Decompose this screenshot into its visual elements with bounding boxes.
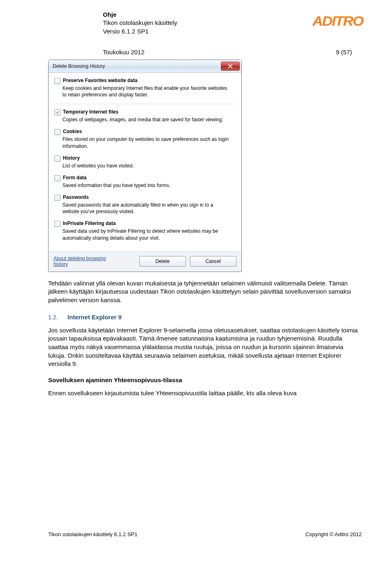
checkbox[interactable] [54,78,60,84]
doc-date: Toukokuu 2012 [103,49,145,56]
section-number: 1.2. [48,314,58,321]
dialog-item: ✓Temporary Internet filesCopies of webpa… [54,109,236,123]
page-number: 9 (57) [336,49,352,56]
item-title: History [63,155,80,161]
item-title: Form data [63,175,87,180]
item-desc: Saved passwords that are automatically f… [62,202,230,215]
item-title: Passwords [63,194,89,200]
section-title: Internet Explorer 9 [67,314,122,321]
item-desc: List of websites you have visited. [62,163,230,169]
item-title: InPrivate Filtering data [63,220,116,226]
checkbox[interactable] [54,195,60,201]
doc-title: Ohje [103,11,177,19]
checkbox[interactable] [54,221,60,227]
checkbox[interactable] [54,129,60,135]
footer-left: Tikon ostolaskujen käsittely 6.1.2 SP1 [48,531,137,537]
item-desc: Saved information that you have typed in… [62,182,230,189]
brand-logo: ADITRO [312,11,363,29]
item-title: Preserve Favorites website data [63,78,138,83]
paragraph-3: Ennen sovellukseen kirjautumista tulee Y… [48,389,362,398]
item-desc: Saved data used by InPrivate Filtering t… [62,228,230,241]
item-desc: Copies of webpages, images, and media th… [62,116,230,123]
checkbox[interactable]: ✓ [54,109,60,116]
divider [54,104,236,104]
item-desc: Keep cookies and temporary Internet file… [62,85,230,98]
subsection-title: Sovelluksen ajaminen Yhteensopivuus-tila… [48,376,362,383]
item-title: Cookies [63,129,82,134]
checkbox[interactable] [54,156,60,162]
dialog-item: PasswordsSaved passwords that are automa… [54,194,236,215]
item-title: Temporary Internet files [63,109,118,115]
dialog-item: HistoryList of websites you have visited… [54,155,236,169]
header-block: Ohje Tikon ostolaskujen käsittely Versio… [103,11,177,36]
delete-button[interactable]: Delete [139,256,186,267]
delete-history-dialog: Delete Browsing History Preserve Favorit… [48,60,242,272]
checkbox[interactable] [54,175,60,181]
dialog-item: Preserve Favorites website dataKeep cook… [54,78,236,98]
close-button[interactable] [221,62,240,71]
paragraph-2: Jos sovellusta käytetään Internet Explor… [48,326,362,368]
cancel-button[interactable]: Cancel [190,256,236,267]
about-link[interactable]: About deleting browsing history [53,256,107,267]
dialog-title: Delete Browsing History [53,63,105,69]
close-icon [228,64,233,68]
dialog-item: InPrivate Filtering dataSaved data used … [54,220,236,241]
item-desc: Files stored on your computer by website… [62,136,230,149]
doc-subtitle: Tikon ostolaskujen käsittely [103,19,177,27]
dialog-item: CookiesFiles stored on your computer by … [54,129,236,149]
paragraph-1: Tehdään valinnat yllä olevan kuvan mukai… [48,279,362,305]
dialog-item: Form dataSaved information that you have… [54,175,236,189]
footer-right: Copyright © Aditro 2012 [305,531,362,537]
doc-version: Versio 6.1.2 SP1 [103,27,177,36]
